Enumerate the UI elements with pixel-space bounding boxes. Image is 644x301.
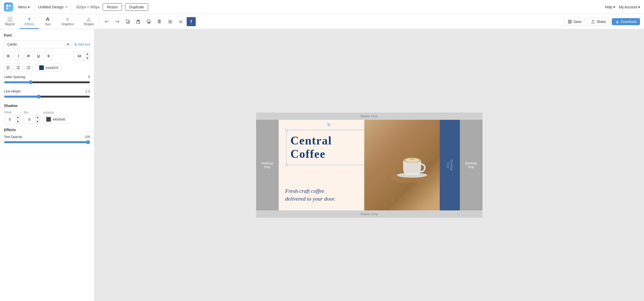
shadow-blur-up[interactable]: ▲: [35, 115, 40, 119]
letter-spacing-label: Letter Spacing: [4, 75, 25, 79]
font-selected-name: Cardo: [7, 42, 17, 46]
letter-spacing-slider[interactable]: [4, 80, 90, 84]
font-size-field[interactable]: 34: [74, 53, 85, 59]
letter-spacing-section: Letter Spacing 6: [4, 75, 90, 85]
tab-text[interactable]: A Text: [39, 14, 57, 29]
shadow-color-label-text: #454545: [43, 111, 68, 114]
save-button[interactable]: Save: [564, 18, 585, 25]
sub-text[interactable]: Fresh craft coffee delivered to your doo…: [281, 187, 340, 203]
handle-bl[interactable]: [285, 164, 288, 166]
share-button[interactable]: Share: [587, 18, 610, 25]
help-button[interactable]: Help ▾: [605, 5, 615, 9]
line-height-slider[interactable]: [4, 95, 90, 99]
doc-title-text: Untitled Design: [38, 5, 64, 9]
shadow-section: Shadow Offset 0 ▲ ▼ Blur 0: [4, 104, 90, 124]
shadow-offset-down[interactable]: ▼: [15, 119, 20, 124]
shadow-color-field: #454545 #454545: [43, 111, 68, 123]
download-button[interactable]: Download: [612, 18, 640, 25]
grid-button[interactable]: ⊞: [166, 17, 175, 26]
font-size-input: 34 ▲ ▼: [73, 51, 90, 60]
align-right-button[interactable]: [24, 63, 33, 72]
facebook-button[interactable]: f: [187, 17, 196, 26]
handle-tl[interactable]: [285, 129, 288, 131]
strikethrough-button[interactable]: S: [44, 52, 53, 60]
help-chevron: ▾: [613, 5, 615, 9]
shadow-offset-up[interactable]: ▲: [15, 115, 20, 119]
align-center-button[interactable]: [14, 63, 23, 72]
layer-up-button[interactable]: [144, 17, 153, 26]
shadow-title: Shadow: [4, 104, 90, 108]
shadow-color-hex: #454545: [53, 118, 65, 121]
share-label: Share: [596, 20, 606, 24]
rotate-handle[interactable]: ↻: [327, 122, 331, 128]
text-icon: A: [46, 16, 49, 22]
mobile-only-bottom-label: Mobile Only: [360, 212, 378, 216]
text-selection-box[interactable]: ↻ Central Coffee: [286, 130, 372, 165]
align-button[interactable]: U: [176, 17, 185, 26]
desktop-only-right-label: DesktopOnly: [465, 161, 477, 169]
blue-bar: DesktopOnly: [440, 120, 460, 210]
my-account-button[interactable]: My Account ▾: [619, 5, 640, 9]
text-color-swatch[interactable]: #183d70: [36, 64, 61, 72]
text-opacity-value: 100: [85, 135, 90, 139]
bold-button[interactable]: B: [4, 52, 13, 60]
menu-chevron: ▾: [28, 5, 30, 9]
top-bar: Menu ▾ Untitled Design ✏ 820px × 360px R…: [0, 0, 644, 14]
italic-button[interactable]: I: [14, 52, 23, 60]
text-opacity-slider[interactable]: [4, 140, 90, 144]
align-row: #183d70: [4, 63, 90, 72]
tab-bkgrnd[interactable]: ⬜ Bkgrnd: [0, 14, 20, 29]
font-size-stepper: ▲ ▼: [85, 52, 90, 60]
mobile-only-top: Mobile Only: [256, 112, 482, 120]
tab-graphics-label: Graphics: [62, 22, 74, 26]
left-panel: Font Cardo ▾ ⊕ Add font B I BI U S 34 ▲ …: [0, 29, 94, 301]
edit-title-icon[interactable]: ✏: [65, 5, 68, 9]
redo-button[interactable]: ↪: [113, 17, 122, 26]
desktop-only-left: DesktopOnly: [256, 120, 279, 210]
shadow-color-swatch[interactable]: #454545: [43, 115, 68, 123]
shadow-offset-input[interactable]: 0: [4, 116, 15, 123]
line-height-label: Line Height: [4, 89, 21, 93]
undo-button[interactable]: ↩: [102, 17, 111, 26]
layer-down-button[interactable]: ↓: [134, 17, 143, 26]
line-height-section: Line Height 1.2: [4, 89, 90, 100]
shadow-blur-down[interactable]: ▼: [35, 119, 40, 124]
svg-text:↓: ↓: [139, 22, 140, 24]
mobile-only-bottom: Mobile Only: [256, 210, 482, 218]
copy-button[interactable]: [123, 17, 132, 26]
divider: [35, 4, 35, 11]
heading-line1: Central: [291, 134, 332, 147]
text-color-box: [39, 65, 44, 70]
my-account-chevron: ▾: [638, 5, 640, 9]
resize-button[interactable]: Resize: [103, 3, 122, 11]
shadow-color-box: [46, 117, 51, 122]
svg-rect-4: [126, 20, 129, 23]
shadow-blur-input[interactable]: 0: [24, 116, 35, 123]
canvas-main[interactable]: ↻ Central Coffee Fresh craft coffee: [279, 120, 460, 210]
menu-button[interactable]: Menu ▾: [16, 4, 32, 10]
font-size-down[interactable]: ▼: [85, 56, 90, 60]
tab-text-label: Text: [45, 23, 50, 26]
coffee-image-area: DesktopOnly: [364, 120, 460, 210]
tab-graphics[interactable]: ☺ Graphics: [57, 14, 79, 29]
tab-effects[interactable]: ✦ Effects: [20, 14, 39, 29]
canvas-size: 820px × 360px: [76, 5, 100, 9]
align-left-button[interactable]: [4, 63, 13, 72]
add-font-button[interactable]: ⊕ Add font: [74, 43, 90, 46]
letter-spacing-value: 6: [88, 75, 90, 79]
effects-section: Effects Text Opacity 100: [4, 128, 90, 145]
shapes-icon: △: [87, 16, 91, 22]
tab-shapes[interactable]: △ Shapes: [79, 14, 99, 29]
font-size-up[interactable]: ▲: [85, 52, 90, 56]
font-select[interactable]: Cardo ▾: [4, 40, 72, 48]
coffee-cup-svg: [387, 140, 437, 190]
canvas-area[interactable]: Mobile Only DesktopOnly ↻: [94, 29, 644, 301]
delete-button[interactable]: 🗑: [155, 17, 164, 26]
bold-italic-button[interactable]: BI: [24, 52, 33, 60]
svg-rect-0: [6, 5, 8, 7]
download-label: Download: [621, 20, 636, 24]
duplicate-button[interactable]: Duplicate: [125, 3, 148, 11]
canvas-content: DesktopOnly ↻ Central Coffee: [256, 120, 482, 210]
font-row: Cardo ▾ ⊕ Add font: [4, 40, 90, 48]
underline-button[interactable]: U: [34, 52, 43, 60]
